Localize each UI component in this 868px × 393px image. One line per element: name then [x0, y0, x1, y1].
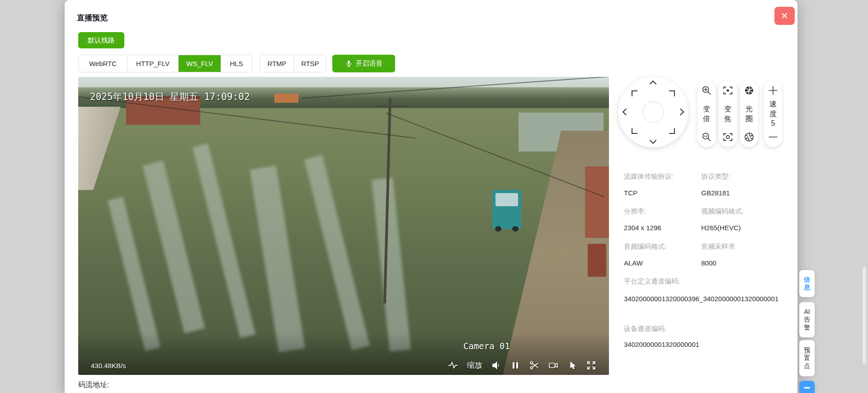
- player-control-bar: 缩放: [448, 360, 596, 370]
- resolution-value: 2304 x 1296: [624, 224, 661, 232]
- zoom-out-icon[interactable]: [701, 132, 712, 142]
- ptz-right-icon[interactable]: [677, 109, 684, 116]
- zoom-in-icon[interactable]: [701, 85, 712, 96]
- volume-icon[interactable]: [491, 360, 501, 370]
- tab-http-flv[interactable]: HTTP_FLV: [127, 55, 178, 72]
- tab-hls[interactable]: HLS: [221, 55, 252, 72]
- ptz-speed-control: 速度 5: [764, 80, 782, 147]
- page-scrollbar-thumb[interactable]: [863, 267, 866, 364]
- audio-codec-label: 音频编码格式:: [624, 242, 666, 251]
- fullscreen-icon[interactable]: [586, 360, 596, 370]
- ptz-up-left-icon[interactable]: [632, 90, 637, 96]
- video-player[interactable]: 2025年10月10日 星期五 17:09:02 Camera 01 430.4…: [78, 77, 609, 375]
- page-title: 直播预览: [77, 13, 108, 23]
- snapshot-scissors-icon[interactable]: [529, 360, 539, 370]
- side-tab-preset[interactable]: 预置点: [799, 340, 815, 376]
- tab-ws-flv[interactable]: WS_FLV: [178, 55, 221, 72]
- side-tab-ai-alarm[interactable]: AI告警: [799, 302, 815, 337]
- tab-rtmp[interactable]: RTMP: [260, 55, 294, 72]
- ptz-focus-label: 变焦: [724, 104, 732, 123]
- ptz-focus-control: 变焦: [719, 80, 737, 147]
- protocol-type-value: GB28181: [701, 189, 730, 197]
- record-icon[interactable]: [548, 360, 558, 370]
- ptz-iris-label: 光圈: [745, 104, 753, 123]
- focus-near-icon[interactable]: [722, 85, 733, 96]
- video-frame-brick-wall: [585, 166, 609, 238]
- protocol-tab-group-1: WebRTC HTTP_FLV WS_FLV HLS: [78, 55, 252, 72]
- protocol-tab-group-2: RTMP RTSP: [259, 55, 326, 72]
- ptz-up-right-icon[interactable]: [669, 90, 675, 96]
- audio-codec-value: ALAW: [624, 259, 643, 267]
- platform-channel-code-value: 34020000001320000396_3402000000132000000…: [624, 292, 784, 305]
- pause-icon[interactable]: [510, 360, 520, 370]
- stream-stats-icon[interactable]: [448, 360, 458, 370]
- digital-zoom-button[interactable]: 缩放: [467, 360, 482, 370]
- ptz-zoom-control: 变倍: [698, 80, 716, 147]
- device-channel-code-value: 34020000001320000001: [624, 341, 699, 348]
- live-preview-dialog: 直播预览 ✕ 默认线路 WebRTC HTTP_FLV WS_FLV HLS R…: [65, 0, 797, 393]
- resolution-label: 分辨率:: [624, 207, 646, 216]
- protocol-type-label: 协议类型:: [701, 172, 730, 181]
- side-tab-info[interactable]: 信息: [799, 270, 815, 297]
- device-channel-code-label: 设备通道编码:: [624, 325, 666, 333]
- audio-sample-rate-value: 8000: [701, 259, 716, 267]
- ptz-knob[interactable]: [642, 101, 664, 123]
- enable-voice-button[interactable]: 开启语音: [332, 55, 395, 72]
- ptz-down-left-icon[interactable]: [632, 128, 637, 134]
- ptz-direction-pad[interactable]: [618, 77, 689, 147]
- ptz-speed-label: 速度: [769, 99, 777, 118]
- side-tab-ai-alarm-label: AI告警: [803, 308, 811, 332]
- video-frame-roof: [274, 94, 298, 103]
- ptz-iris-control: 光圈: [740, 80, 758, 147]
- pointer-icon[interactable]: [567, 360, 577, 370]
- ptz-zoom-label: 变倍: [703, 104, 711, 123]
- default-line-label: 默认线路: [88, 36, 115, 45]
- audio-sample-rate-label: 音频采样率:: [701, 242, 737, 251]
- ptz-down-icon[interactable]: [650, 137, 657, 144]
- close-icon: ✕: [781, 11, 788, 21]
- collapsed-tab-icon: [804, 387, 810, 388]
- microphone-icon: [345, 60, 353, 67]
- default-line-button[interactable]: 默认线路: [78, 32, 124, 48]
- video-frame-cart: [588, 244, 606, 276]
- speed-decrease-icon[interactable]: [768, 132, 778, 142]
- media-transport-protocol-label: 流媒体传输协议:: [624, 172, 673, 181]
- media-transport-protocol-value: TCP: [624, 189, 637, 197]
- iris-close-icon[interactable]: [744, 85, 755, 96]
- ptz-down-right-icon[interactable]: [669, 128, 675, 134]
- close-button[interactable]: ✕: [774, 7, 795, 25]
- tab-webrtc[interactable]: WebRTC: [79, 55, 127, 72]
- video-codec-value: H265(HEVC): [701, 224, 741, 232]
- stream-url-label: 码流地址:: [78, 380, 109, 390]
- camera-name-overlay: Camera 01: [463, 341, 510, 351]
- side-tab-preset-label: 预置点: [803, 346, 811, 370]
- focus-far-icon[interactable]: [722, 132, 733, 142]
- side-tab-info-label: 信息: [803, 276, 811, 292]
- video-timestamp-overlay: 2025年10月10日 星期五 17:09:02: [90, 90, 250, 103]
- ptz-up-icon[interactable]: [650, 80, 657, 88]
- tab-rtsp[interactable]: RTSP: [294, 55, 326, 72]
- ptz-left-icon[interactable]: [623, 109, 630, 116]
- enable-voice-label: 开启语音: [356, 59, 383, 68]
- bitrate-overlay: 430.48KB/s: [91, 362, 126, 369]
- speed-increase-icon[interactable]: [768, 85, 778, 96]
- side-tab-collapsed-blue[interactable]: [799, 381, 815, 393]
- iris-open-icon[interactable]: [744, 132, 755, 142]
- video-codec-label: 视频编码格式:: [701, 207, 744, 216]
- ptz-speed-value: 5: [769, 118, 777, 128]
- video-frame-truck: [492, 190, 522, 229]
- platform-channel-code-label: 平台定义通道编码:: [624, 277, 680, 286]
